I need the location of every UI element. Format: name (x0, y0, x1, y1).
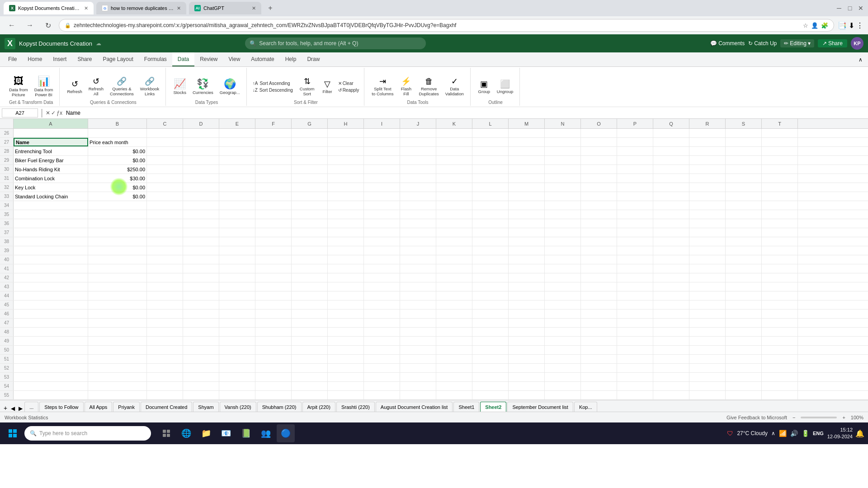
cell-A40[interactable] (14, 255, 88, 264)
cell-A49[interactable] (14, 337, 88, 345)
cell-B43[interactable] (88, 282, 147, 291)
cell-F50[interactable] (255, 346, 292, 354)
cell-O42[interactable] (581, 273, 617, 282)
cell-B51[interactable] (88, 355, 147, 363)
cell-S37[interactable] (726, 228, 762, 237)
cell-P38[interactable] (617, 237, 653, 246)
cell-J36[interactable] (400, 219, 436, 228)
cell-D26[interactable] (183, 129, 219, 137)
cell-J29[interactable] (400, 156, 436, 164)
formula-confirm-icon[interactable]: ✓ (51, 110, 56, 116)
cell-reference-input[interactable]: A27 (2, 108, 38, 117)
table-row[interactable]: 26 (0, 129, 868, 138)
cell-B53[interactable] (88, 373, 147, 381)
cell-G47[interactable] (292, 319, 328, 327)
cell-G29[interactable] (292, 156, 328, 164)
cell-E48[interactable] (219, 328, 255, 336)
cell-I30[interactable] (364, 165, 400, 174)
cell-G39[interactable] (292, 246, 328, 255)
cell-C54[interactable] (147, 382, 183, 390)
cell-F53[interactable] (255, 373, 292, 381)
cell-R32[interactable] (689, 183, 726, 192)
cell-B55[interactable] (88, 391, 147, 399)
cell-G31[interactable] (292, 174, 328, 183)
cell-N55[interactable] (545, 391, 581, 399)
sheet-tab-doccreated[interactable]: Document Created (141, 402, 192, 412)
cell-N50[interactable] (545, 346, 581, 354)
cell-T41[interactable] (762, 264, 798, 273)
cell-B33[interactable]: $0.00 (88, 192, 147, 201)
download-icon[interactable]: ⬇ (849, 21, 854, 30)
sheet-tab-ellipsis[interactable]: ... (24, 402, 38, 412)
cell-N54[interactable] (545, 382, 581, 390)
ribbon-tab-file[interactable]: File (3, 52, 22, 66)
cell-E43[interactable] (219, 282, 255, 291)
cell-B44[interactable] (88, 291, 147, 300)
cell-S47[interactable] (726, 319, 762, 327)
cell-H48[interactable] (328, 328, 364, 336)
cell-J51[interactable] (400, 355, 436, 363)
cell-J55[interactable] (400, 391, 436, 399)
ribbon-tab-view[interactable]: View (223, 52, 246, 66)
queries-connections-button[interactable]: 🔗 Queries &Connections (107, 73, 137, 100)
comments-button[interactable]: 💬 Comments (710, 40, 745, 47)
cell-F44[interactable] (255, 291, 292, 300)
cell-J50[interactable] (400, 346, 436, 354)
cell-M33[interactable] (509, 192, 545, 201)
custom-sort-button[interactable]: ⇅ CustomSort (297, 73, 317, 100)
cell-C44[interactable] (147, 291, 183, 300)
cell-B52[interactable] (88, 364, 147, 372)
cell-M34[interactable] (509, 201, 545, 210)
cell-D46[interactable] (183, 310, 219, 318)
cell-A27[interactable]: Name (14, 138, 88, 146)
cell-O53[interactable] (581, 373, 617, 381)
cell-D34[interactable] (183, 201, 219, 210)
cell-C46[interactable] (147, 310, 183, 318)
cell-F31[interactable] (255, 174, 292, 183)
cell-F34[interactable] (255, 201, 292, 210)
cell-A33[interactable]: Standard Locking Chain (14, 192, 88, 201)
cell-Q42[interactable] (653, 273, 689, 282)
cell-T54[interactable] (762, 382, 798, 390)
cell-C36[interactable] (147, 219, 183, 228)
cell-Q36[interactable] (653, 219, 689, 228)
cell-I26[interactable] (364, 129, 400, 137)
cell-C51[interactable] (147, 355, 183, 363)
cell-L27[interactable] (472, 138, 509, 146)
cell-L31[interactable] (472, 174, 509, 183)
cell-B29[interactable]: $0.00 (88, 156, 147, 164)
cell-S33[interactable] (726, 192, 762, 201)
cell-D52[interactable] (183, 364, 219, 372)
cell-H43[interactable] (328, 282, 364, 291)
cell-P26[interactable] (617, 129, 653, 137)
cell-P33[interactable] (617, 192, 653, 201)
cell-O34[interactable] (581, 201, 617, 210)
cell-T36[interactable] (762, 219, 798, 228)
sheet-tab-vansh[interactable]: Vansh (220) (220, 402, 256, 412)
sheet-nav-left[interactable]: ◀ (9, 405, 17, 412)
taskbar-teams[interactable]: 👥 (257, 424, 275, 442)
cell-J28[interactable] (400, 147, 436, 155)
settings-icon[interactable]: ⋮ (856, 21, 863, 30)
cell-S48[interactable] (726, 328, 762, 336)
table-row[interactable]: 30No-Hands Riding Kit$250.00 (0, 165, 868, 174)
cell-N26[interactable] (545, 129, 581, 137)
cell-Q27[interactable] (653, 138, 689, 146)
cell-H49[interactable] (328, 337, 364, 345)
sheet-nav-right[interactable]: ▶ (17, 405, 24, 412)
cell-H45[interactable] (328, 300, 364, 309)
cell-G27[interactable] (292, 138, 328, 146)
sheet-tab-sheet2[interactable]: Sheet2 (480, 402, 506, 412)
clear-button[interactable]: ✕ Clear (337, 80, 361, 86)
cell-R31[interactable] (689, 174, 726, 183)
cell-P35[interactable] (617, 210, 653, 219)
cell-A53[interactable] (14, 373, 88, 381)
cell-H36[interactable] (328, 219, 364, 228)
cell-B45[interactable] (88, 300, 147, 309)
cell-Q44[interactable] (653, 291, 689, 300)
cell-K34[interactable] (436, 201, 472, 210)
cell-A30[interactable]: No-Hands Riding Kit (14, 165, 88, 174)
cell-N46[interactable] (545, 310, 581, 318)
cell-Q52[interactable] (653, 364, 689, 372)
cell-E39[interactable] (219, 246, 255, 255)
